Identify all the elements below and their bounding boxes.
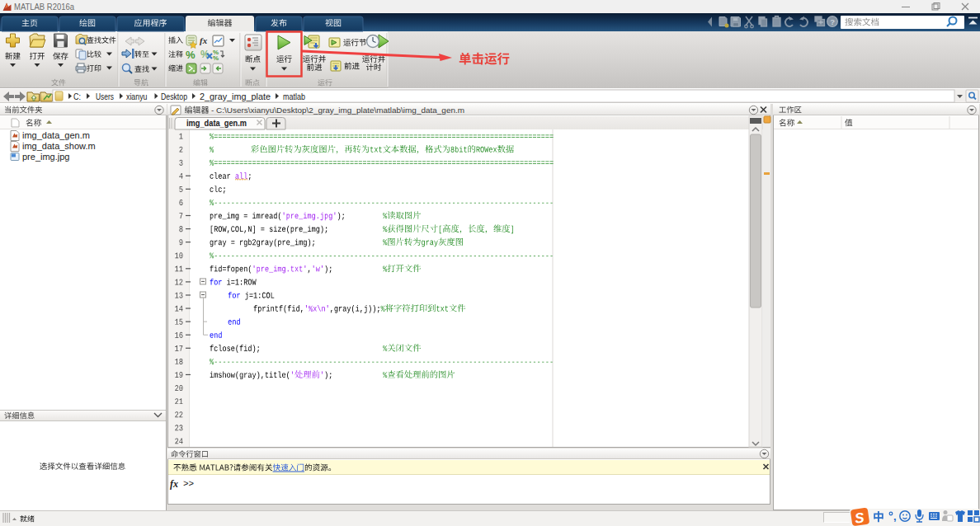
svg-text:Users: Users: [96, 92, 114, 101]
svg-text:>>: >>: [183, 479, 194, 489]
svg-text:MATLAB R2016a: MATLAB R2016a: [14, 2, 74, 12]
svg-text:%: %: [213, 54, 219, 62]
svg-text:2_gray_img_plate: 2_gray_img_plate: [200, 92, 271, 101]
svg-text:- C:\Users\xianyu\Desktop\2_gr: - C:\Users\xianyu\Desktop\2_gray_img_pla…: [211, 106, 464, 115]
svg-text:Desktop: Desktop: [161, 92, 187, 101]
svg-text:img_data_show.m: img_data_show.m: [22, 141, 96, 151]
svg-text:?: ?: [830, 17, 835, 26]
svg-text:fx: fx: [200, 35, 208, 45]
svg-text:xianyu: xianyu: [126, 92, 148, 101]
svg-text:C:: C:: [73, 92, 81, 101]
svg-text:,: ,: [893, 510, 897, 523]
svg-text:fx: fx: [170, 478, 178, 490]
svg-text:img_data_gen.m: img_data_gen.m: [22, 130, 90, 140]
svg-text:%: %: [186, 49, 196, 61]
svg-text:pre_img.jpg: pre_img.jpg: [22, 152, 69, 162]
svg-text:img_data_gen.m: img_data_gen.m: [186, 118, 247, 128]
svg-text:matlab: matlab: [283, 92, 305, 101]
